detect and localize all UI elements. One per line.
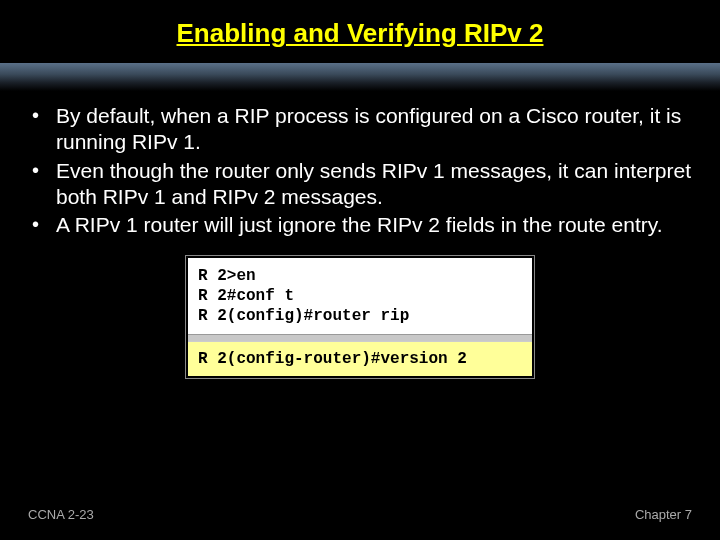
title-band (0, 63, 720, 91)
footer-right: Chapter 7 (635, 507, 692, 522)
terminal-line: R 2>en (198, 266, 522, 286)
terminal-line: R 2(config)#router rip (198, 306, 522, 326)
slide-title: Enabling and Verifying RIPv 2 (0, 0, 720, 49)
bullet-item: Even though the router only sends RIPv 1… (28, 158, 692, 211)
terminal-commands: R 2>en R 2#conf t R 2(config)#router rip (188, 258, 532, 335)
bullet-item: A RIPv 1 router will just ignore the RIP… (28, 212, 692, 238)
terminal-block: R 2>en R 2#conf t R 2(config)#router rip… (186, 256, 534, 378)
terminal-line: R 2(config-router)#version 2 (198, 350, 522, 368)
bullet-item: By default, when a RIP process is config… (28, 103, 692, 156)
footer-left: CCNA 2-23 (28, 507, 94, 522)
content-area: By default, when a RIP process is config… (0, 91, 720, 378)
footer: CCNA 2-23 Chapter 7 (0, 507, 720, 522)
bullet-list: By default, when a RIP process is config… (28, 103, 692, 238)
terminal-line: R 2#conf t (198, 286, 522, 306)
terminal-highlight: R 2(config-router)#version 2 (188, 341, 532, 376)
